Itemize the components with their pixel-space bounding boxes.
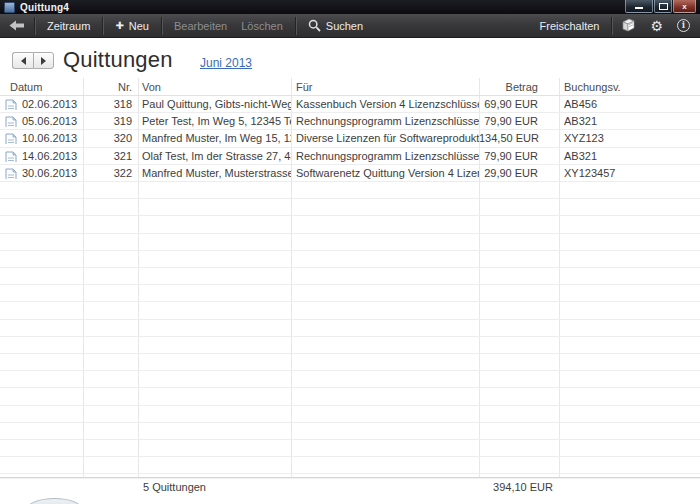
suchen-label: Suchen — [326, 20, 363, 32]
info-icon: i — [677, 19, 690, 32]
cell-fuer: Rechnungsprogramm Lizenzschlüssel — [291, 150, 479, 162]
arrow-left-icon — [21, 57, 26, 65]
previous-period-button[interactable] — [12, 52, 33, 69]
table-row[interactable]: 30.06.2013 322 Manfred Muster, Musterstr… — [0, 165, 700, 182]
table-header: Datum Nr. Von Für Betrag Buchungsv. — [0, 78, 700, 96]
cell-fuer: Diverse Lizenzen für Softwareprodukte — [291, 132, 479, 144]
toolbar-item-neu[interactable]: ✚ Neu — [104, 14, 160, 37]
toolbar: Zeitraum ✚ Neu Bearbeiten Löschen Suchen… — [0, 14, 700, 38]
info-button[interactable]: i — [670, 14, 700, 37]
toolbar-separator — [102, 17, 103, 35]
freischalten-button[interactable]: Freischalten — [529, 14, 611, 37]
toolbar-item-suchen[interactable]: Suchen — [297, 14, 374, 37]
loeschen-label: Löschen — [241, 20, 283, 32]
column-header-fuer[interactable]: Für — [291, 81, 479, 93]
toolbar-separator — [161, 17, 162, 35]
toolbar-item-bearbeiten[interactable]: Bearbeiten — [163, 14, 238, 37]
toolbar-item-zeitraum[interactable]: Zeitraum — [36, 14, 101, 37]
datum-value: 10.06.2013 — [22, 132, 77, 144]
period-link[interactable]: Juni 2013 — [200, 56, 252, 70]
freischalten-label: Freischalten — [540, 20, 600, 32]
close-icon: x — [682, 3, 686, 10]
cell-buchungsv: XY123457 — [559, 167, 700, 179]
receipts-table: Datum Nr. Von Für Betrag Buchungsv. 02.0… — [0, 78, 700, 477]
cell-datum: 02.06.2013 — [0, 98, 83, 110]
toolbar-separator — [295, 17, 296, 35]
cell-nr: 322 — [83, 167, 138, 179]
back-arrow-icon — [9, 20, 24, 31]
total-amount: 394,10 EUR — [420, 481, 553, 493]
table-row[interactable]: 14.06.2013 321 Olaf Test, Im der Strasse… — [0, 148, 700, 165]
gear-icon: ⚙ — [650, 19, 663, 33]
empty-grid-rows — [0, 182, 700, 477]
back-button[interactable] — [0, 14, 33, 37]
datum-value: 14.06.2013 — [22, 150, 77, 162]
receipt-count: 5 Quittungen — [143, 481, 206, 493]
cell-betrag: 79,90 EUR — [479, 150, 559, 162]
datum-value: 05.06.2013 — [22, 115, 77, 127]
datum-value: 02.06.2013 — [22, 98, 77, 110]
period-nav — [12, 52, 54, 69]
cell-von: Paul Quittung, Gibts-nicht-Weg 7, 9... — [138, 98, 291, 110]
receipt-icon — [5, 116, 17, 127]
maximize-button[interactable] — [654, 0, 672, 13]
cell-von: Olaf Test, Im der Strasse 27, 43210... — [138, 150, 291, 162]
settings-button[interactable]: ⚙ — [643, 14, 670, 37]
column-header-datum[interactable]: Datum — [0, 81, 83, 93]
close-button[interactable]: x — [673, 0, 696, 13]
table-row[interactable]: 02.06.2013 318 Paul Quittung, Gibts-nich… — [0, 96, 700, 113]
receipt-icon — [5, 168, 17, 179]
cell-von: Manfred Muster, Musterstrasse 29,... — [138, 167, 291, 179]
window-controls: x — [624, 0, 696, 13]
zeitraum-label: Zeitraum — [47, 20, 90, 32]
bearbeiten-label: Bearbeiten — [174, 20, 227, 32]
cell-datum: 05.06.2013 — [0, 115, 83, 127]
printer-button[interactable] — [613, 14, 643, 37]
cell-nr: 321 — [83, 150, 138, 162]
column-header-betrag[interactable]: Betrag — [479, 81, 559, 93]
cell-buchungsv: AB321 — [559, 115, 700, 127]
cell-buchungsv: AB456 — [559, 98, 700, 110]
minimize-icon — [635, 7, 643, 9]
column-header-buchungsv[interactable]: Buchungsv. — [559, 81, 700, 93]
minimize-button[interactable] — [625, 0, 653, 13]
search-icon — [308, 19, 321, 32]
cell-buchungsv: AB321 — [559, 150, 700, 162]
next-period-button[interactable] — [33, 52, 54, 69]
receipt-icon — [5, 151, 17, 162]
page-title: Quittungen — [63, 47, 173, 73]
cell-betrag: 29,90 EUR — [479, 167, 559, 179]
cell-betrag: 69,90 EUR — [479, 98, 559, 110]
cell-betrag: 79,90 EUR — [479, 115, 559, 127]
cell-datum: 14.06.2013 — [0, 150, 83, 162]
app-icon — [4, 2, 15, 13]
toolbar-item-loeschen[interactable]: Löschen — [238, 14, 294, 37]
toolbar-separator — [34, 17, 35, 35]
window-title: Quittung4 — [20, 2, 69, 13]
receipt-icon — [5, 133, 17, 144]
column-header-von[interactable]: Von — [138, 81, 291, 93]
datum-value: 30.06.2013 — [22, 167, 77, 179]
toolbar-right: Freischalten ⚙ i — [529, 14, 700, 37]
cell-buchungsv: XYZ123 — [559, 132, 700, 144]
arrow-right-icon — [41, 57, 46, 65]
printer-icon — [620, 18, 636, 33]
cell-nr: 320 — [83, 132, 138, 144]
toolbar-separator — [611, 17, 612, 35]
cell-fuer: Kassenbuch Version 4 Lizenzschlüssel — [291, 98, 479, 110]
cell-datum: 10.06.2013 — [0, 132, 83, 144]
titlebar: Quittung4 x — [0, 0, 700, 14]
cell-nr: 319 — [83, 115, 138, 127]
cell-nr: 318 — [83, 98, 138, 110]
cell-fuer: Softwarenetz Quittung Version 4 Lizenzsc… — [291, 167, 479, 179]
plus-icon: ✚ — [115, 20, 123, 31]
receipt-icon — [5, 99, 17, 110]
cell-von: Manfred Muster, Im Weg 15, 1234... — [138, 132, 291, 144]
table-row[interactable]: 10.06.2013 320 Manfred Muster, Im Weg 15… — [0, 130, 700, 147]
cell-von: Peter Test, Im Weg 5, 12345 Testha... — [138, 115, 291, 127]
partial-button[interactable] — [26, 498, 83, 504]
table-body: 02.06.2013 318 Paul Quittung, Gibts-nich… — [0, 96, 700, 182]
maximize-icon — [659, 3, 668, 10]
table-row[interactable]: 05.06.2013 319 Peter Test, Im Weg 5, 123… — [0, 113, 700, 130]
column-header-nr[interactable]: Nr. — [83, 81, 138, 93]
